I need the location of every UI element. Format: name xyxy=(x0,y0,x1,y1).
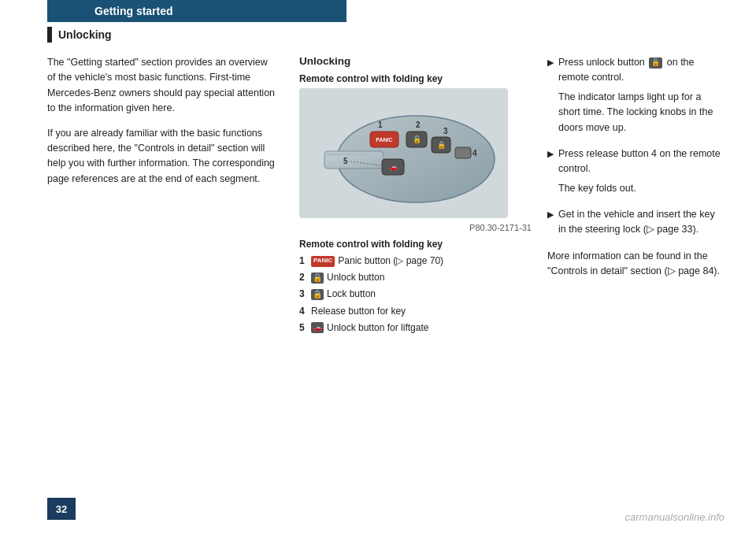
list-item: 2 🔓 Unlock button xyxy=(299,270,532,285)
bullet3-text: Get in the vehicle and insert the key in… xyxy=(558,209,715,235)
svg-text:2: 2 xyxy=(416,121,421,129)
svg-text:🔓: 🔓 xyxy=(413,135,422,144)
list-item: 4 Release button for key xyxy=(299,304,532,319)
list-item: 3 🔒 Lock button xyxy=(299,287,532,302)
svg-text:3: 3 xyxy=(443,127,448,135)
watermark: carmanualsonline.info xyxy=(625,511,724,523)
svg-rect-12 xyxy=(455,147,471,158)
middle-section-title: Unlocking xyxy=(299,55,532,67)
bullet-text-1: Press unlock button 🔓 on the remote cont… xyxy=(558,55,724,135)
left-paragraph-1: The "Getting started" section provides a… xyxy=(47,55,276,117)
svg-text:PANIC: PANIC xyxy=(376,137,392,143)
more-info: More information can be found in the "Co… xyxy=(547,249,724,280)
bullet-arrow-3: ▶ xyxy=(547,208,554,221)
lock-badge: 🔒 xyxy=(311,289,324,300)
item-3-text: Lock button xyxy=(327,287,376,302)
subheader-bar xyxy=(47,27,52,43)
bullet2-detail: The key folds out. xyxy=(558,181,724,196)
bullet-arrow-1: ▶ xyxy=(547,56,554,69)
subheader: Unlocking xyxy=(47,27,299,43)
page-number: 32 xyxy=(47,498,76,520)
list-item: 5 🚗 Unlock button for liftgate xyxy=(299,321,532,336)
bullet-item-1: ▶ Press unlock button 🔓 on the remote co… xyxy=(547,55,724,135)
bullet-item-3: ▶ Get in the vehicle and insert the key … xyxy=(547,207,724,238)
item-2-text: Unlock button xyxy=(327,270,384,285)
key-image: PANIC 1 🔓 2 🔒 3 4 xyxy=(299,88,508,218)
item-1-text: Panic button (▷ page 70) xyxy=(338,254,443,269)
panic-badge: PANIC xyxy=(311,256,335,267)
left-paragraph-2: If you are already familiar with the bas… xyxy=(47,126,276,187)
header-title: Getting started xyxy=(94,5,173,17)
bullet1-badge: 🔓 xyxy=(649,57,662,69)
middle-column: Unlocking Remote control with folding ke… xyxy=(299,55,532,337)
bullet-item-2: ▶ Press release button 4 on the remote c… xyxy=(547,146,724,196)
bullet1-detail: The indicator lamps light up for a short… xyxy=(558,90,724,135)
svg-text:🚗: 🚗 xyxy=(389,162,398,172)
svg-text:1: 1 xyxy=(378,121,383,129)
svg-text:🔒: 🔒 xyxy=(437,140,447,150)
bullet-arrow-2: ▶ xyxy=(547,147,554,161)
bullet-text-2: Press release button 4 on the remote con… xyxy=(558,146,724,196)
unlock-badge: 🔓 xyxy=(311,273,324,284)
image-title: Remote control with folding key xyxy=(299,73,532,84)
svg-rect-2 xyxy=(326,153,380,156)
item-4-text: Release button for key xyxy=(311,304,406,319)
bullet2-text: Press release button 4 on the remote con… xyxy=(558,148,721,174)
main-content: The "Getting started" section provides a… xyxy=(0,55,756,337)
bullet-text-3: Get in the vehicle and insert the key in… xyxy=(558,207,724,238)
bullet1-pre: Press unlock button xyxy=(558,57,645,68)
image-caption: P80.30-2171-31 xyxy=(299,223,532,232)
liftgate-badge: 🚗 xyxy=(311,322,324,333)
key-items-list: 1 PANIC Panic button (▷ page 70) 2 🔓 Unl… xyxy=(299,254,532,336)
right-column: ▶ Press unlock button 🔓 on the remote co… xyxy=(547,55,724,337)
left-column: The "Getting started" section provides a… xyxy=(47,55,276,337)
svg-text:5: 5 xyxy=(343,157,348,165)
svg-text:4: 4 xyxy=(472,149,477,158)
item-5-text: Unlock button for liftgate xyxy=(327,321,428,336)
list-item: 1 PANIC Panic button (▷ page 70) xyxy=(299,254,532,269)
header-bar: Getting started xyxy=(47,0,346,22)
page-container: Getting started Unlocking The "Getting s… xyxy=(0,0,756,534)
subheader-title: Unlocking xyxy=(58,28,112,41)
caption-label: Remote control with folding key xyxy=(299,239,532,250)
